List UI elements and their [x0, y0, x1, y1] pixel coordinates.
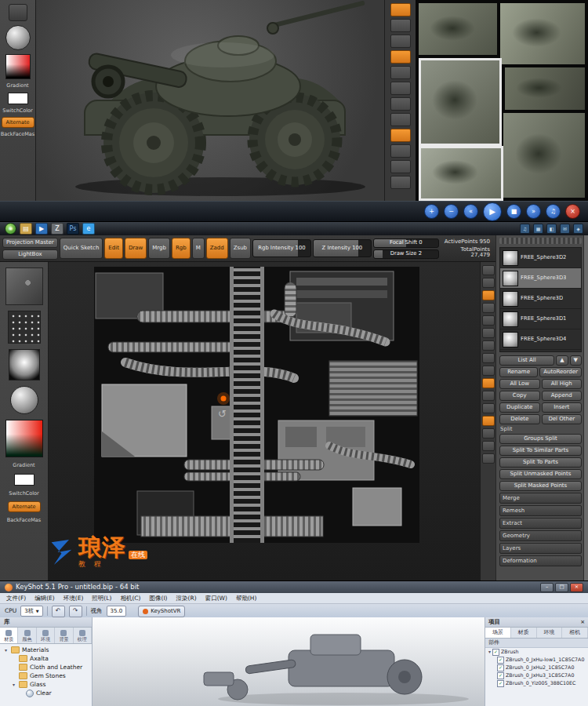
tray-network-icon[interactable]: ▦	[533, 224, 543, 234]
zbrush-icon[interactable]: Z	[51, 223, 64, 235]
player-skip-start-button[interactable]: «	[463, 204, 478, 219]
section-remesh[interactable]: Remesh	[499, 505, 582, 516]
delete-button[interactable]: Delete	[499, 414, 540, 424]
color-swatch[interactable]	[14, 474, 34, 486]
subtool-up-button[interactable]: ▲	[556, 355, 568, 366]
photoshop-icon[interactable]: Ps	[67, 223, 79, 235]
maximize-button[interactable]: □	[555, 583, 568, 592]
subtool-item[interactable]: FREE_Sphere3D1	[500, 309, 581, 329]
section-layers[interactable]: Layers	[499, 543, 582, 554]
media-player-icon[interactable]: ▶	[35, 223, 48, 235]
frame-icon[interactable]	[390, 144, 411, 158]
start-button[interactable]: ◉	[5, 223, 16, 235]
menu-render[interactable]: 渲染(R)	[176, 595, 197, 602]
project-close-icon[interactable]: ×	[580, 620, 585, 625]
all-high-button[interactable]: All High	[542, 379, 583, 389]
local-icon[interactable]	[390, 66, 411, 79]
section-geometry[interactable]: Geometry	[499, 530, 582, 541]
gradient-toggle[interactable]: Gradient	[6, 83, 28, 89]
player-zoom-out-button[interactable]: −	[444, 204, 459, 219]
player-volume-button[interactable]: ♫	[546, 204, 561, 219]
material-sphere[interactable]	[10, 386, 38, 414]
bpr-icon[interactable]	[390, 3, 411, 16]
tray-mail-icon[interactable]: ✉	[560, 224, 570, 234]
player-zoom-in-button[interactable]: +	[424, 204, 439, 219]
rgb-intensity-slider[interactable]: Rgb Intensity 100	[252, 239, 311, 257]
strip-icon[interactable]	[482, 340, 495, 351]
strip-icon-active[interactable]	[482, 378, 495, 388]
menu-file[interactable]: 文件(F)	[6, 595, 26, 602]
section-deformation[interactable]: Deformation	[499, 555, 582, 566]
render-viewport[interactable]	[93, 617, 485, 706]
zadd-button[interactable]: Zadd	[206, 238, 228, 259]
ghost-icon[interactable]	[390, 113, 411, 126]
menu-environment[interactable]: 环境(E)	[64, 595, 84, 602]
keyshotvr-button[interactable]: KeyShotVR	[138, 606, 185, 617]
part-checkbox[interactable]: ✓	[497, 672, 504, 679]
tray-antivirus-icon[interactable]: ◈	[573, 224, 583, 234]
autoreorder-button[interactable]: AutoReorder	[539, 367, 582, 377]
palette-grip[interactable]	[499, 238, 582, 244]
draw-button[interactable]: Draw	[125, 238, 147, 259]
strip-icon-active[interactable]	[482, 416, 495, 426]
stroke-type-thumbnail[interactable]	[8, 311, 41, 344]
rgb-button[interactable]: Rgb	[172, 238, 191, 259]
material-sphere[interactable]	[5, 25, 31, 50]
current-tool-thumbnail[interactable]	[5, 267, 43, 305]
persp-icon[interactable]	[390, 35, 411, 48]
explorer-icon[interactable]: ▤	[20, 223, 32, 235]
tree-row-gems[interactable]: Gem Stones	[0, 671, 92, 680]
tab-environments[interactable]: 环境	[37, 628, 55, 643]
root-checkbox[interactable]: ✓	[492, 649, 499, 656]
menu-image[interactable]: 图像(I)	[149, 595, 167, 602]
tab-environment[interactable]: 环境	[537, 628, 563, 638]
menu-help[interactable]: 帮助(H)	[236, 595, 257, 602]
del-other-button[interactable]: Del Other	[542, 414, 583, 424]
color-picker[interactable]	[5, 420, 43, 457]
minimize-button[interactable]: –	[540, 583, 554, 592]
quick-sketch-button[interactable]: Quick Sketch	[60, 238, 103, 259]
scene-part-row[interactable]: ✓ ZBrush_0_JxHu-low1_1C85C7A0	[485, 656, 588, 664]
tab-material[interactable]: 材质	[511, 628, 537, 638]
switchcolor-button[interactable]: SwitchColor	[2, 108, 32, 114]
strip-icon[interactable]	[482, 303, 495, 313]
mrgb-button[interactable]: Mrgb	[148, 238, 170, 259]
backfacemask-button[interactable]: BackFaceMas	[7, 518, 41, 523]
focal-shift-slider[interactable]: Focal Shift 0	[373, 238, 439, 248]
scene-part-row[interactable]: ✓ ZBrush_0_JxHu3_1C85C7A0	[485, 671, 588, 679]
backfacemask-button[interactable]: BackFaceMas	[1, 132, 34, 137]
section-extract[interactable]: Extract	[499, 518, 582, 529]
tab-textures[interactable]: 纹理	[74, 628, 92, 643]
split-masked-button[interactable]: Split Masked Points	[499, 481, 582, 491]
scrollpan-icon[interactable]	[390, 176, 411, 189]
strip-icon[interactable]	[482, 428, 495, 439]
strip-icon-active[interactable]	[482, 290, 495, 300]
groups-split-button[interactable]: Groups Split	[499, 434, 582, 444]
color-picker[interactable]	[5, 54, 31, 79]
all-low-button[interactable]: All Low	[499, 379, 540, 389]
uv-texture-flat-view[interactable]: ↺	[94, 267, 419, 543]
strip-icon[interactable]	[482, 278, 495, 288]
palette-scrollbar[interactable]	[583, 235, 588, 580]
rename-button[interactable]: Rename	[499, 367, 538, 377]
color-swatch[interactable]	[8, 93, 28, 104]
split-unmasked-button[interactable]: Split Unmasked Points	[499, 469, 582, 479]
transp-icon[interactable]	[390, 97, 411, 111]
scene-tree-root[interactable]: ▾ ✓ ZBrush	[485, 648, 588, 656]
tray-display-icon[interactable]: ◧	[546, 224, 557, 234]
tool-icon[interactable]	[9, 4, 27, 21]
subtool-down-button[interactable]: ▼	[570, 355, 582, 366]
subtool-item[interactable]: FREE_Sphere3D4	[500, 329, 581, 350]
section-merge[interactable]: Merge	[499, 493, 582, 504]
part-checkbox[interactable]: ✓	[497, 664, 504, 671]
scroll-icon[interactable]	[390, 19, 411, 32]
draw-size-slider[interactable]: Draw Size 2	[373, 249, 439, 259]
split-similar-parts-button[interactable]: Split To Similar Parts	[499, 446, 582, 456]
strip-icon[interactable]	[482, 403, 495, 413]
tab-camera[interactable]: 相机	[562, 628, 588, 638]
menu-lighting[interactable]: 照明(L)	[92, 595, 111, 602]
tab-materials[interactable]: 材质	[0, 628, 18, 643]
menu-camera[interactable]: 相机(C)	[120, 595, 140, 602]
edit-button[interactable]: Edit	[104, 238, 123, 259]
player-play-button[interactable]: ▶	[483, 202, 502, 221]
